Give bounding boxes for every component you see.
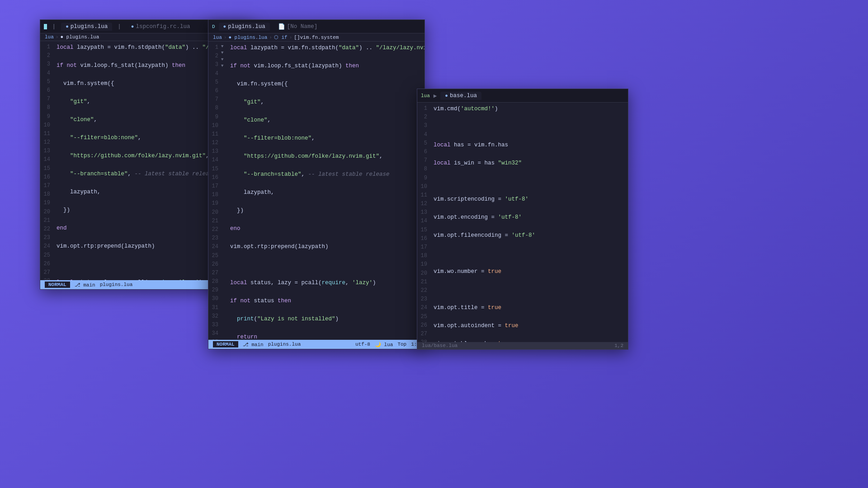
titlebar-3: lua ▶ ● base.lua <box>417 89 628 103</box>
titlebar-2: D ● plugins.lua 📄 [No Name] <box>208 20 425 33</box>
breadcrumb-2: lua › ● plugins.lua › ⬡ if › []vim.fn.sy… <box>208 33 425 42</box>
fold-indicators-2: ▼ ▼ ▼ ▼ <box>221 42 226 340</box>
mode-indicator-2: NORMAL <box>213 341 238 347</box>
tab2-noname[interactable]: 📄 [No Name] <box>274 22 322 31</box>
filename-2: plugins.lua <box>268 342 301 347</box>
tab-label2: lspconfig.rc.lua <box>136 23 190 30</box>
tab2-label: plugins.lua <box>228 23 265 30</box>
sep3: ▶ <box>434 92 437 99</box>
filename: plugins.lua <box>100 282 133 287</box>
statusbar-3: lua/base.lua 1,2 <box>417 342 628 349</box>
bc-lua: lua <box>45 34 54 40</box>
git-branch: ⎇ main <box>75 282 95 288</box>
tab2-noname-label: [No Name] <box>287 23 318 30</box>
bc2-lua: lua <box>213 35 222 40</box>
mode-indicator: NORMAL <box>45 282 70 288</box>
lua-icon3: lua <box>421 93 430 99</box>
noname-icon: 📄 <box>278 23 285 30</box>
status-right-2: utf-8 🌙 lua Top 1:1 <box>355 342 420 347</box>
editor-body-2: 1 2 3 4 5 6 7 8 9 10 11 12 13 14 15 16 1… <box>208 42 425 340</box>
bc2-if: ⬡ if <box>274 34 288 40</box>
bc-file: ● plugins.lua <box>60 34 99 40</box>
statusbar-2: NORMAL ⎇ main plugins.lua utf-8 🌙 lua To… <box>208 340 425 349</box>
line-numbers-1: 1 2 3 4 5 6 7 8 9 10 11 12 13 14 15 16 1… <box>40 41 53 280</box>
file-icon3: ● <box>223 24 226 29</box>
line-numbers-2: 1 2 3 4 5 6 7 8 9 10 11 12 13 14 15 16 1… <box>208 42 221 340</box>
tab3-label: base.lua <box>450 93 477 99</box>
position-2: Top <box>397 342 406 347</box>
d-label: D <box>44 24 47 29</box>
filetype-2: 🌙 lua <box>375 342 393 347</box>
file-icon4: ● <box>445 93 448 99</box>
code-area-2: local lazypath = vim.fn.stdpath("data") … <box>226 42 425 340</box>
bc2-system: []vim.fn.system <box>294 35 339 40</box>
tab3-base[interactable]: ● base.lua <box>440 92 481 100</box>
separator2: | <box>118 23 121 30</box>
encoding-2: utf-8 <box>355 342 370 347</box>
line-numbers-3: 1 2 3 4 5 6 7 8 9 10 11 12 13 14 15 16 1… <box>417 103 430 342</box>
tab-lspconfig[interactable]: ● lspconfig.rc.lua <box>127 23 195 31</box>
file-icon2: ● <box>131 24 134 29</box>
desktop: D | ● plugins.lua | ● lspconfig.rc.lua l… <box>0 0 868 488</box>
filepath-3: lua/base.lua <box>422 343 458 348</box>
tab-plugins-lua[interactable]: ● plugins.lua <box>61 23 112 31</box>
cursor-3: 1,2 <box>614 343 623 348</box>
bc2-file: ● plugins.lua <box>228 35 267 40</box>
tab-label: plugins.lua <box>71 23 108 30</box>
editor-body-3: 1 2 3 4 5 6 7 8 9 10 11 12 13 14 15 16 1… <box>417 103 628 342</box>
code-area-3: vim.cmd('autocmd!') local has = vim.fn.h… <box>430 103 628 342</box>
file-icon: ● <box>66 24 69 29</box>
d-label2: D <box>212 24 215 29</box>
editor-window-2: D ● plugins.lua 📄 [No Name] lua › ● plug… <box>208 19 425 349</box>
editor-window-3: lua ▶ ● base.lua 1 2 3 4 5 6 7 8 9 10 11… <box>417 89 628 350</box>
git-branch-2: ⎇ main <box>243 342 264 347</box>
tab2-plugins[interactable]: ● plugins.lua <box>219 23 270 31</box>
separator: | <box>52 23 56 30</box>
